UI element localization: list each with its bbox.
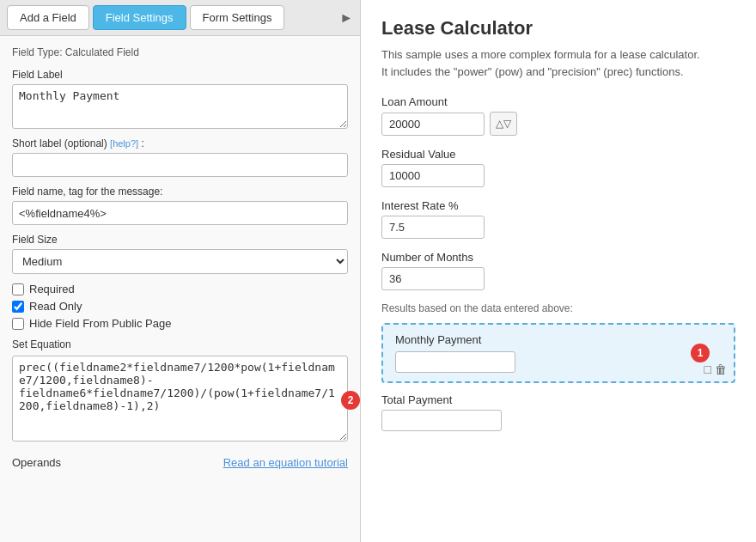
equation-wrapper: 2 <box>12 356 348 444</box>
field-name-input[interactable] <box>12 201 348 225</box>
short-label-input[interactable] <box>12 153 348 177</box>
results-label: Results based on the data entered above: <box>381 302 735 314</box>
monthly-payment-card-label: Monthly Payment <box>395 333 722 346</box>
tutorial-link[interactable]: Read an equation tutorial <box>223 456 348 469</box>
field-name-group: Field name, tag for the message: <box>12 186 348 225</box>
loan-amount-spinner[interactable]: △▽ <box>490 112 517 136</box>
right-panel: Lease Calculator This sample uses a more… <box>361 0 756 542</box>
residual-value-input[interactable] <box>381 164 485 187</box>
copy-icon[interactable]: □ <box>704 362 711 376</box>
field-label-label: Field Label <box>12 69 348 81</box>
read-only-label: Read Only <box>29 300 82 313</box>
field-label-input[interactable] <box>12 84 348 129</box>
hide-field-label: Hide Field From Public Page <box>29 317 171 330</box>
loan-amount-row: △▽ <box>381 112 735 136</box>
num-months-group: Number of Months <box>381 251 735 290</box>
field-size-group: Field Size Small Medium Large <box>12 234 348 274</box>
loan-amount-group: Loan Amount △▽ <box>381 95 735 136</box>
total-payment-group: Total Payment <box>381 393 735 431</box>
required-label: Required <box>29 283 75 295</box>
monthly-payment-result-input[interactable] <box>395 351 515 373</box>
required-checkbox[interactable] <box>12 283 24 295</box>
badge-2: 2 <box>341 391 360 410</box>
residual-value-group: Residual Value <box>381 148 735 187</box>
checkboxes-group: Required Read Only Hide Field From Publi… <box>12 283 348 330</box>
operands-label: Operands <box>12 456 61 469</box>
left-panel: Add a Field Field Settings Form Settings… <box>0 0 361 542</box>
tab-arrow-icon[interactable]: ► <box>339 10 353 26</box>
num-months-input[interactable] <box>381 267 485 290</box>
tab-field-settings[interactable]: Field Settings <box>93 5 186 30</box>
tab-bar: Add a Field Field Settings Form Settings… <box>0 0 360 36</box>
hide-field-row: Hide Field From Public Page <box>12 317 348 330</box>
tab-add-field[interactable]: Add a Field <box>7 5 89 30</box>
interest-rate-label: Interest Rate % <box>381 199 735 212</box>
read-only-checkbox[interactable] <box>12 301 24 313</box>
interest-rate-input[interactable] <box>381 216 485 239</box>
set-equation-label: Set Equation <box>12 338 348 350</box>
operands-row: Operands Read an equation tutorial <box>12 456 348 469</box>
badge-1: 1 <box>691 344 710 362</box>
short-label-help-link[interactable]: [help?] <box>110 138 138 149</box>
delete-icon[interactable]: 🗑 <box>715 362 727 376</box>
interest-rate-group: Interest Rate % <box>381 199 735 239</box>
loan-amount-label: Loan Amount <box>381 95 735 108</box>
page-title: Lease Calculator <box>381 17 735 40</box>
total-payment-label: Total Payment <box>381 393 735 406</box>
field-size-label: Field Size <box>12 234 348 246</box>
field-size-select[interactable]: Small Medium Large <box>12 249 348 274</box>
total-payment-input[interactable] <box>381 410 502 431</box>
num-months-label: Number of Months <box>381 251 735 264</box>
field-type-label: Field Type: Calculated Field <box>12 46 348 58</box>
short-label-label: Short label (optional) [help?] : <box>12 137 348 149</box>
hide-field-checkbox[interactable] <box>12 318 24 330</box>
read-only-row: Read Only <box>12 300 348 313</box>
residual-value-label: Residual Value <box>381 148 735 161</box>
description: This sample uses a more complex formula … <box>381 46 708 80</box>
set-equation-group: Set Equation 2 <box>12 338 348 444</box>
field-name-label: Field name, tag for the message: <box>12 186 348 198</box>
panel-content: Field Type: Calculated Field Field Label… <box>0 36 360 542</box>
tab-form-settings[interactable]: Form Settings <box>190 5 285 30</box>
equation-textarea[interactable] <box>12 356 348 442</box>
loan-amount-input[interactable] <box>381 113 485 136</box>
required-row: Required <box>12 283 348 295</box>
field-label-group: Field Label <box>12 69 348 129</box>
short-label-group: Short label (optional) [help?] : <box>12 137 348 177</box>
result-card-actions: □ 🗑 <box>704 362 727 376</box>
monthly-payment-card: Monthly Payment 1 □ 🗑 <box>381 323 735 383</box>
